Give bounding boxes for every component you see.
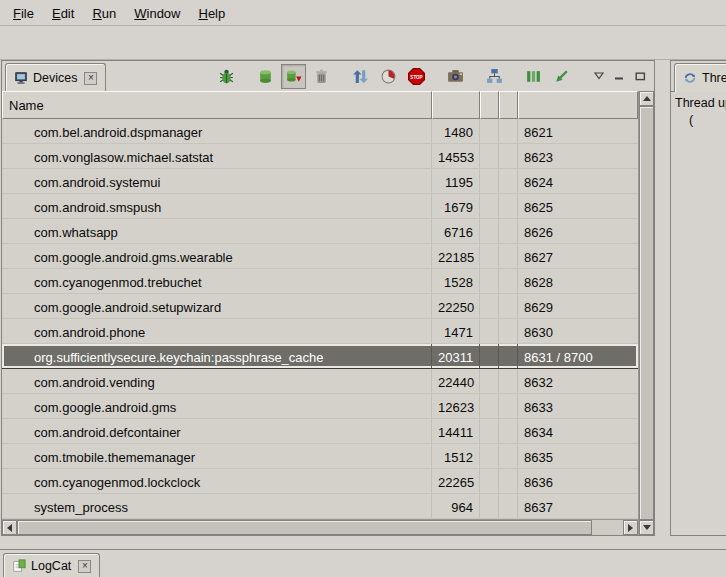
process-port: 8630 bbox=[518, 319, 638, 343]
process-port: 8629 bbox=[518, 294, 638, 318]
menu-file[interactable]: File bbox=[4, 2, 43, 24]
process-pid: 20311 bbox=[432, 344, 480, 368]
process-pid: 22185 bbox=[432, 244, 480, 268]
gc-icon[interactable] bbox=[309, 64, 334, 89]
debug-icon[interactable] bbox=[214, 64, 239, 89]
view-menu-icon[interactable] bbox=[591, 69, 606, 84]
process-row[interactable]: system_process 964 8637 bbox=[2, 494, 638, 519]
process-name: com.google.android.gms.wearable bbox=[2, 244, 432, 268]
threads-message-line1: Thread up bbox=[675, 95, 726, 112]
process-pid: 14411 bbox=[432, 419, 480, 443]
device-process-list: com.bel.android.dspmanager 1480 8621 com… bbox=[2, 119, 638, 519]
process-port: 8625 bbox=[518, 194, 638, 218]
logcat-icon bbox=[12, 559, 26, 573]
process-name: com.vonglasow.michael.satstat bbox=[2, 144, 432, 168]
process-col-empty-2 bbox=[499, 169, 518, 193]
process-row[interactable]: com.tmobile.thememanager 1512 8635 bbox=[2, 444, 638, 469]
vertical-scrollbar[interactable] bbox=[638, 91, 654, 535]
process-col-empty-1 bbox=[480, 144, 499, 168]
process-col-empty-1 bbox=[480, 369, 499, 393]
column-header-port[interactable] bbox=[518, 91, 638, 119]
devices-icon bbox=[14, 71, 28, 85]
systrace-icon[interactable] bbox=[521, 64, 546, 89]
process-col-empty-2 bbox=[499, 269, 518, 293]
maximize-icon[interactable] bbox=[633, 69, 648, 84]
vertical-scroll-thumb[interactable] bbox=[639, 106, 654, 520]
process-row[interactable]: com.cyanogenmod.trebuchet 1528 8628 bbox=[2, 269, 638, 294]
process-col-empty-2 bbox=[499, 119, 518, 143]
process-col-empty-1 bbox=[480, 269, 499, 293]
update-heap-icon[interactable] bbox=[253, 64, 278, 89]
opengl-trace-icon[interactable] bbox=[549, 64, 574, 89]
update-threads-icon[interactable] bbox=[348, 64, 373, 89]
scroll-up-button[interactable] bbox=[639, 91, 654, 106]
menu-run[interactable]: Run bbox=[83, 2, 125, 24]
process-col-empty-2 bbox=[499, 369, 518, 393]
process-name: com.android.defcontainer bbox=[2, 419, 432, 443]
process-col-empty-1 bbox=[480, 244, 499, 268]
tab-devices[interactable]: Devices × bbox=[5, 63, 106, 92]
process-name: com.android.smspush bbox=[2, 194, 432, 218]
dump-hprof-icon[interactable] bbox=[281, 64, 306, 89]
bottom-bar: LogCat × bbox=[0, 549, 726, 577]
horizontal-scroll-thumb[interactable] bbox=[17, 520, 592, 535]
screen-capture-icon[interactable] bbox=[443, 64, 468, 89]
process-row[interactable]: com.google.android.gms.wearable 22185 86… bbox=[2, 244, 638, 269]
process-name: system_process bbox=[2, 494, 432, 518]
menu-window[interactable]: Window bbox=[125, 2, 189, 24]
process-row[interactable]: com.android.systemui 1195 8624 bbox=[2, 169, 638, 194]
tab-threads-label: Threads bbox=[702, 71, 726, 85]
tab-logcat[interactable]: LogCat × bbox=[3, 553, 100, 577]
column-header-pid[interactable] bbox=[432, 91, 480, 119]
process-col-empty-1 bbox=[480, 444, 499, 468]
process-col-empty-2 bbox=[499, 419, 518, 443]
process-col-empty-2 bbox=[499, 194, 518, 218]
scroll-left-button[interactable] bbox=[2, 520, 17, 535]
menu-help[interactable]: Help bbox=[189, 2, 234, 24]
hierarchy-view-icon[interactable] bbox=[482, 64, 507, 89]
process-port: 8627 bbox=[518, 244, 638, 268]
column-header-name[interactable]: Name bbox=[2, 91, 432, 119]
process-col-empty-2 bbox=[499, 444, 518, 468]
tab-devices-label: Devices bbox=[33, 71, 77, 85]
column-header-empty-2[interactable] bbox=[499, 91, 518, 119]
process-row[interactable]: com.google.android.setupwizard 22250 862… bbox=[2, 294, 638, 319]
close-icon[interactable]: × bbox=[84, 72, 97, 85]
process-row[interactable]: com.whatsapp 6716 8626 bbox=[2, 219, 638, 244]
process-name: com.google.android.setupwizard bbox=[2, 294, 432, 318]
process-row[interactable]: org.sufficientlysecure.keychain:passphra… bbox=[2, 344, 638, 369]
minimize-icon[interactable] bbox=[612, 69, 627, 84]
menu-edit[interactable]: Edit bbox=[43, 2, 83, 24]
threads-message-line2: ( bbox=[675, 112, 726, 129]
ddms-window: { "menu": { "items": [ { "label": "File"… bbox=[0, 0, 726, 577]
process-row[interactable]: com.android.defcontainer 14411 8634 bbox=[2, 419, 638, 444]
process-row[interactable]: com.android.smspush 1679 8625 bbox=[2, 194, 638, 219]
process-name: com.bel.android.dspmanager bbox=[2, 119, 432, 143]
process-pid: 1471 bbox=[432, 319, 480, 343]
process-pid: 1679 bbox=[432, 194, 480, 218]
process-row[interactable]: com.android.vending 22440 8632 bbox=[2, 369, 638, 394]
process-pid: 964 bbox=[432, 494, 480, 518]
process-name: com.android.systemui bbox=[2, 169, 432, 193]
column-header-empty-1[interactable] bbox=[480, 91, 499, 119]
stop-process-icon[interactable]: STOP bbox=[404, 64, 429, 89]
process-row[interactable]: com.bel.android.dspmanager 1480 8621 bbox=[2, 119, 638, 144]
process-name: org.sufficientlysecure.keychain:passphra… bbox=[2, 344, 432, 368]
scroll-right-button[interactable] bbox=[623, 520, 638, 535]
process-col-empty-1 bbox=[480, 494, 499, 518]
process-row[interactable]: com.cyanogenmod.lockclock 22265 8636 bbox=[2, 469, 638, 494]
process-col-empty-1 bbox=[480, 119, 499, 143]
process-row[interactable]: com.google.android.gms 12623 8633 bbox=[2, 394, 638, 419]
scroll-down-button[interactable] bbox=[639, 520, 654, 535]
process-pid: 1195 bbox=[432, 169, 480, 193]
process-pid: 22265 bbox=[432, 469, 480, 493]
process-row[interactable]: com.android.phone 1471 8630 bbox=[2, 319, 638, 344]
method-profiling-icon[interactable] bbox=[376, 64, 401, 89]
tab-threads[interactable]: Threads bbox=[674, 63, 726, 92]
process-row[interactable]: com.vonglasow.michael.satstat 14553 8623 bbox=[2, 144, 638, 169]
process-name: com.cyanogenmod.trebuchet bbox=[2, 269, 432, 293]
horizontal-scrollbar[interactable] bbox=[2, 519, 638, 535]
close-icon[interactable]: × bbox=[78, 560, 91, 573]
process-port: 8623 bbox=[518, 144, 638, 168]
threads-icon bbox=[683, 71, 697, 85]
